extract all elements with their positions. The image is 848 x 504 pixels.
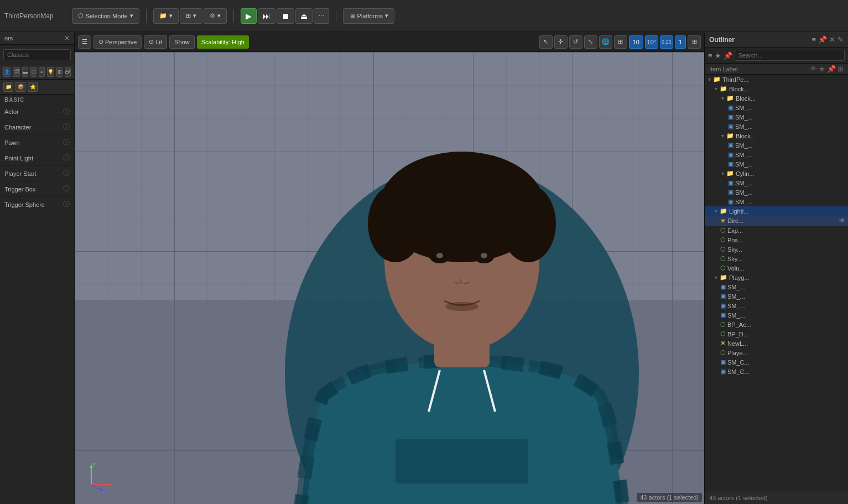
close-panel-icon[interactable]: ✕: [829, 35, 835, 44]
tree-item-block2[interactable]: ▼ 📁 Block...: [705, 93, 848, 103]
window-icon-btn[interactable]: 🗗: [65, 67, 71, 77]
tree-item-volu[interactable]: ⬡ Volu...: [705, 263, 848, 273]
world-icon[interactable]: 🌐: [599, 35, 612, 49]
list-item-trigger-box[interactable]: Trigger Box ⓘ: [0, 181, 74, 197]
list-item-point-light[interactable]: Point Light ⓘ: [0, 150, 74, 166]
scale-tool-icon[interactable]: ⤡: [584, 35, 597, 49]
viewport[interactable]: ☰ ⊙ Perspective ⊙ Lit Show Scalability: …: [75, 32, 704, 504]
close-panel-button[interactable]: ✕: [64, 34, 70, 42]
list-item-actor[interactable]: Actor ⓘ: [0, 104, 74, 119]
more-options-button[interactable]: ⋯: [314, 8, 329, 24]
eject-button[interactable]: ⏏: [295, 8, 313, 24]
tree-item-sm11[interactable]: ▣ SM_...: [705, 292, 848, 301]
tree-item-sm9[interactable]: ▣ SM_...: [705, 197, 848, 206]
tree-item-sm7[interactable]: ▣ SM_...: [705, 178, 848, 188]
tree-item-sm6[interactable]: ▣ SM_...: [705, 159, 848, 169]
trigger-box-info-icon[interactable]: ⓘ: [63, 184, 70, 194]
tree-item-player[interactable]: ⬡ Playe...: [705, 348, 848, 357]
select-tool-icon[interactable]: ↖: [539, 35, 553, 49]
tree-item-sky1[interactable]: ⬡ Sky...: [705, 245, 848, 254]
filter-icon[interactable]: ≡: [811, 35, 816, 44]
tree-item-sm5[interactable]: ▣ SM_...: [705, 150, 848, 159]
tree-item-playg[interactable]: ▼ 📁 Playg...: [705, 273, 848, 282]
tree-item-smc1[interactable]: ▣ SM_C...: [705, 357, 848, 367]
tree-item-directional[interactable]: ☀ Dire... 👁: [705, 216, 848, 226]
tree-item-block1[interactable]: ▼ 📁 Block...: [705, 84, 848, 93]
tree-item-root[interactable]: ▼ 📁 ThirdPe...: [705, 75, 848, 84]
tree-item-sm12[interactable]: ▣ SM_...: [705, 301, 848, 310]
tree-item-pos[interactable]: ⬡ Pos...: [705, 235, 848, 245]
tree-item-sm3[interactable]: ▣ SM_...: [705, 122, 848, 131]
grid-col-icon[interactable]: ⊞: [837, 65, 844, 73]
tree-item-bpd[interactable]: ⬡ BP_D...: [705, 329, 848, 339]
move-tool-icon[interactable]: ✛: [554, 35, 568, 49]
tree-item-sky2[interactable]: ⬡ Sky...: [705, 254, 848, 263]
bp-icon-btn[interactable]: ⬡: [30, 67, 37, 77]
pencil-icon[interactable]: ✎: [837, 35, 844, 44]
tree-item-block3[interactable]: ▼ 📁 Block...: [705, 131, 848, 141]
pawn-info-icon[interactable]: ⓘ: [63, 138, 70, 147]
trigger-sphere-info-icon[interactable]: ⓘ: [63, 200, 70, 209]
character-info-icon[interactable]: ⓘ: [63, 122, 70, 132]
tree-item-sm10[interactable]: ▣ SM_...: [705, 282, 848, 292]
movie-icon-btn[interactable]: 🎬: [13, 67, 20, 77]
tree-item-cylinder[interactable]: ▼ 📁 Cylin...: [705, 169, 848, 178]
list-item-pawn[interactable]: Pawn ⓘ: [0, 135, 74, 150]
settings-button[interactable]: ⚙ ▾: [204, 8, 227, 24]
light-icon-btn[interactable]: 💡: [47, 67, 54, 77]
rotate-tool-icon[interactable]: ↺: [569, 35, 582, 49]
hamburger-menu-icon[interactable]: ☰: [78, 35, 91, 49]
actors-tab-label[interactable]: ors: [4, 35, 13, 41]
perspective-button[interactable]: ⊙ Perspective: [93, 35, 142, 49]
list-item-character[interactable]: Character ⓘ: [0, 119, 74, 135]
stop-button[interactable]: ⏹: [277, 8, 294, 24]
content-browser-button[interactable]: 📁 ▾: [153, 8, 179, 24]
play-button[interactable]: ▶: [241, 8, 257, 24]
tree-item-lighting[interactable]: ▼ 📁 Lighti...: [705, 206, 848, 216]
platforms-button[interactable]: 🖥 Platforms ▾: [343, 8, 394, 24]
angle-icon[interactable]: 10°: [645, 35, 658, 49]
tree-item-smc2[interactable]: ▣ SM_C...: [705, 367, 848, 376]
point-light-info-icon[interactable]: ⓘ: [63, 153, 70, 163]
filter-icon-btn[interactable]: ≡: [39, 67, 45, 77]
eye-col-icon[interactable]: 👁: [810, 65, 817, 73]
folder-icon-btn[interactable]: 📁: [3, 82, 13, 92]
snap-icon[interactable]: ⊞: [614, 35, 627, 49]
actor-info-icon[interactable]: ⓘ: [63, 107, 70, 116]
tree-item-exp[interactable]: ⬡ Exp...: [705, 226, 848, 235]
star-icon-btn[interactable]: ⭐: [28, 82, 38, 92]
player-start-info-icon[interactable]: ⓘ: [63, 169, 70, 178]
outliner-filter-button[interactable]: ≡: [708, 51, 712, 60]
grid-value[interactable]: 1: [675, 35, 686, 49]
tree-item-sm2[interactable]: ▣ SM_...: [705, 112, 848, 122]
pin-col-icon[interactable]: 📌: [827, 65, 836, 73]
selection-mode-button[interactable]: ⬡ Selection Mode ▾: [72, 8, 139, 24]
grid-icon-btn[interactable]: ⊞: [56, 67, 63, 77]
shape-icon-btn[interactable]: ▬: [22, 67, 28, 77]
fov-value[interactable]: 10: [629, 35, 643, 49]
pin-icon[interactable]: 📌: [818, 35, 827, 44]
layout-button[interactable]: ⊞ ▾: [180, 8, 202, 24]
outliner-search-input[interactable]: [735, 50, 845, 61]
lit-button[interactable]: ⊙ Lit: [144, 35, 167, 49]
actor-icon-btn[interactable]: 👤: [3, 67, 11, 77]
classes-search-input[interactable]: [3, 49, 71, 60]
near-clip-icon[interactable]: 0.25: [660, 35, 673, 49]
tree-item-newl[interactable]: ☀ NewL...: [705, 339, 848, 348]
tree-item-sm4[interactable]: ▣ SM_...: [705, 141, 848, 150]
scalability-badge[interactable]: Scalability: High: [197, 35, 249, 49]
tree-item-sm13[interactable]: ▣ SM_...: [705, 310, 848, 320]
outliner-pin2-button[interactable]: 📌: [724, 51, 732, 60]
step-button[interactable]: ⏭: [258, 8, 275, 24]
lock-col-icon[interactable]: ★: [819, 65, 825, 73]
list-item-trigger-sphere[interactable]: Trigger Sphere ⓘ: [0, 197, 74, 212]
tree-item-sm1[interactable]: ▣ SM_...: [705, 103, 848, 112]
eye-toggle-icon[interactable]: 👁: [839, 217, 846, 225]
outliner-sort-button[interactable]: ★: [715, 51, 721, 60]
grid-settings-icon[interactable]: ⊞: [688, 35, 701, 49]
tree-item-sm8[interactable]: ▣ SM_...: [705, 188, 848, 197]
tree-item-bpac[interactable]: ⬡ BP_Ac...: [705, 320, 848, 329]
show-button[interactable]: Show: [169, 35, 195, 49]
box-icon-btn[interactable]: 📦: [15, 82, 25, 92]
list-item-player-start[interactable]: Player Start ⓘ: [0, 166, 74, 181]
